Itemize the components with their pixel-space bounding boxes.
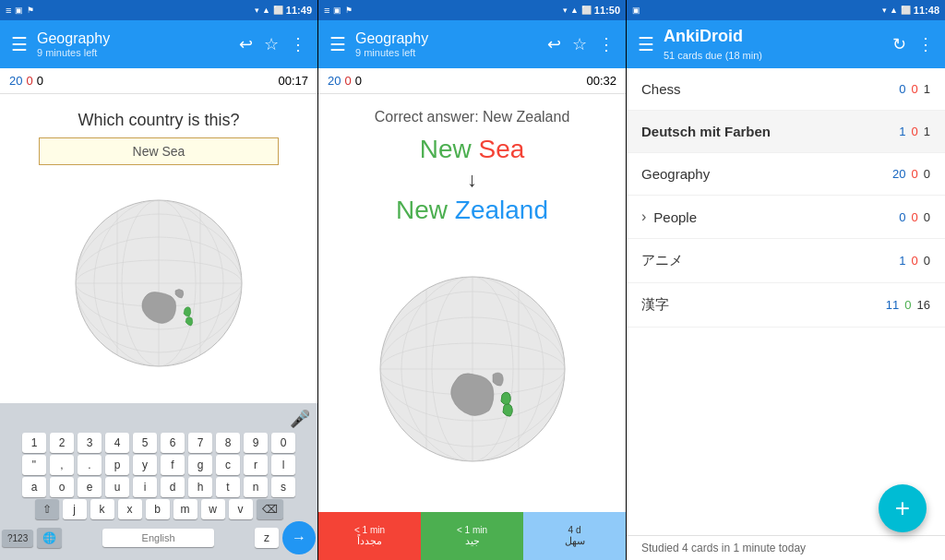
expand-icon-people[interactable]: ›: [641, 209, 646, 225]
easy-label: سهل: [565, 535, 585, 547]
key-y[interactable]: y: [133, 455, 157, 475]
bottom-status-right: Studied 4 cards in 1 minute today: [627, 535, 945, 560]
studied-status-text: Studied 4 cards in 1 minute today: [641, 542, 806, 554]
hamburger-status-left: ≡: [6, 5, 11, 16]
key-9[interactable]: 9: [244, 433, 268, 453]
key-5[interactable]: 5: [133, 433, 157, 453]
deck-learn-chess: 0: [912, 82, 918, 96]
key-b[interactable]: b: [146, 499, 170, 519]
key-0[interactable]: 0: [271, 433, 295, 453]
score-due-middle: 0: [355, 74, 362, 88]
key-g[interactable]: g: [188, 455, 212, 475]
key-k[interactable]: k: [90, 499, 114, 519]
status-bar-left: ≡ ▣ ⚑ ▾ ▲ ⬜ 11:49: [0, 0, 317, 20]
deck-due-anime: 0: [924, 254, 930, 268]
notification-icon-mid: ▣: [333, 6, 341, 15]
deck-new-chess: 0: [899, 82, 905, 96]
menu-icon-right[interactable]: ☰: [638, 33, 654, 55]
app-icon-left: ⚑: [27, 6, 34, 15]
deck-item-kanji[interactable]: 漢字 11 0 16: [627, 283, 945, 328]
deck-learn-geography: 0: [912, 167, 918, 181]
deck-due-deutsch: 1: [924, 125, 930, 138]
key-o[interactable]: o: [50, 477, 74, 497]
score-learn-middle: 0: [344, 74, 351, 88]
key-i[interactable]: i: [133, 477, 157, 497]
button-easy[interactable]: 4 d سهل: [523, 512, 626, 560]
key-z[interactable]: z: [255, 528, 279, 548]
key-6[interactable]: 6: [161, 433, 185, 453]
key-e[interactable]: e: [78, 477, 102, 497]
deck-counts-anime: 1 0 0: [899, 254, 930, 268]
key-j[interactable]: j: [63, 499, 87, 519]
key-globe[interactable]: 🌐: [37, 528, 62, 548]
key-m[interactable]: m: [173, 499, 197, 519]
deck-counts-people: 0 0 0: [899, 210, 930, 224]
key-7[interactable]: 7: [188, 433, 212, 453]
key-t[interactable]: t: [216, 477, 240, 497]
key-3[interactable]: 3: [78, 433, 102, 453]
key-shift[interactable]: ⇧: [35, 499, 59, 519]
fab-add[interactable]: +: [879, 484, 927, 532]
timer-middle: 00:32: [586, 74, 616, 88]
deck-counts-deutsch: 1 0 1: [899, 125, 930, 138]
key-a[interactable]: a: [22, 477, 46, 497]
deck-item-deutsch[interactable]: Deutsch mit Farben 1 0 1: [627, 111, 945, 153]
star-icon-middle[interactable]: ☆: [572, 34, 587, 54]
key-s[interactable]: s: [271, 477, 295, 497]
key-2[interactable]: 2: [50, 433, 74, 453]
key-r[interactable]: r: [244, 455, 268, 475]
key-p[interactable]: p: [105, 455, 129, 475]
deck-item-chess[interactable]: Chess 0 0 1: [627, 68, 945, 111]
undo-icon-left[interactable]: ↩: [239, 34, 253, 54]
refresh-icon-right[interactable]: ↻: [892, 34, 906, 54]
key-space[interactable]: English: [102, 529, 214, 547]
key-x[interactable]: x: [118, 499, 142, 519]
answer-input-left[interactable]: New Sea: [39, 137, 279, 165]
undo-icon-middle[interactable]: ↩: [547, 34, 561, 54]
key-c[interactable]: c: [216, 455, 240, 475]
key-quote[interactable]: ": [22, 455, 46, 475]
key-dot[interactable]: .: [78, 455, 102, 475]
app-bar-left: ☰ Geography 9 minutes left ↩ ☆ ⋮: [0, 20, 317, 68]
more-icon-right[interactable]: ⋮: [917, 34, 934, 54]
app-subtitle-left: 9 minutes left: [37, 47, 230, 58]
star-icon-left[interactable]: ☆: [264, 34, 279, 54]
key-u[interactable]: u: [105, 477, 129, 497]
key-f[interactable]: f: [161, 455, 185, 475]
wrong-text-red: Sea: [478, 135, 524, 163]
key-row-4: ⇧ j k x b m w v ⌫: [2, 499, 316, 519]
menu-icon-left[interactable]: ☰: [11, 33, 28, 55]
key-8[interactable]: 8: [216, 433, 240, 453]
more-icon-left[interactable]: ⋮: [290, 34, 306, 54]
deck-due-kanji: 16: [917, 298, 930, 312]
menu-icon-middle[interactable]: ☰: [329, 33, 346, 55]
mic-icon-left[interactable]: 🎤: [290, 409, 310, 429]
key-v[interactable]: v: [229, 499, 253, 519]
wrong-text-green: New: [420, 135, 479, 163]
key-comma[interactable]: ,: [50, 455, 74, 475]
key-4[interactable]: 4: [105, 433, 129, 453]
key-enter[interactable]: →: [282, 521, 316, 554]
deck-counts-chess: 0 0 1: [899, 82, 930, 96]
correct-text-blue: Zealand: [455, 196, 548, 224]
correct-text-green: New: [396, 196, 455, 224]
score-bar-left: 20 0 0 00:17: [0, 68, 317, 94]
key-123[interactable]: ?123: [2, 530, 33, 547]
deck-item-geography[interactable]: Geography 20 0 0: [627, 153, 945, 196]
key-l[interactable]: l: [271, 455, 295, 475]
button-again[interactable]: < 1 min مجدداً: [318, 512, 421, 560]
key-h[interactable]: h: [188, 477, 212, 497]
deck-item-people[interactable]: › People 0 0 0: [627, 196, 945, 239]
key-row-3: a o e u i d h t n s: [2, 477, 316, 497]
more-icon-middle[interactable]: ⋮: [598, 34, 615, 54]
key-w[interactable]: w: [201, 499, 225, 519]
key-n[interactable]: n: [244, 477, 268, 497]
button-good[interactable]: < 1 min جيد: [421, 512, 523, 560]
key-1[interactable]: 1: [22, 433, 46, 453]
app-actions-left: ↩ ☆ ⋮: [239, 34, 306, 54]
deck-item-anime[interactable]: アニメ 1 0 0: [627, 239, 945, 283]
arrow-down: ↓: [467, 168, 477, 192]
key-d[interactable]: d: [161, 477, 185, 497]
deck-counts-geography: 20 0 0: [892, 167, 930, 181]
key-backspace[interactable]: ⌫: [257, 499, 283, 519]
